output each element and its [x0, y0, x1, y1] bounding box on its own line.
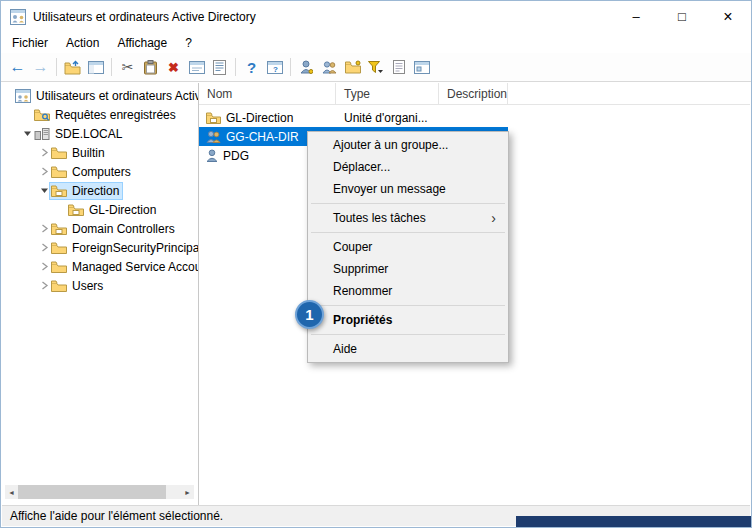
window-controls: – □ ×: [613, 1, 751, 32]
tree-item-label: Users: [72, 279, 103, 293]
scrollbar-thumb[interactable]: [18, 485, 166, 499]
help-window-button[interactable]: ?: [263, 56, 286, 79]
folder-icon: [51, 260, 67, 273]
back-button[interactable]: ←: [6, 56, 29, 79]
list-item-name: GG-CHA-DIR: [226, 130, 299, 144]
tree-item-builtin[interactable]: Builtin: [2, 143, 198, 162]
context-menu-item-label: Ajouter à un groupe...: [333, 138, 448, 152]
collapsed-chevron-icon[interactable]: [38, 262, 50, 271]
collapsed-chevron-icon[interactable]: [38, 224, 50, 233]
tree-item-utilisateurs-et-ordinateurs-active[interactable]: Utilisateurs et ordinateurs Active: [2, 86, 198, 105]
context-menu-item-renommer[interactable]: Renommer: [309, 280, 507, 302]
help-icon: ?: [247, 59, 256, 76]
context-menu-item-couper[interactable]: Couper: [309, 236, 507, 258]
list-row-gl-direction[interactable]: GL-DirectionUnité d'organi...: [199, 108, 508, 127]
context-menu-item-ajouter-a-un-groupe[interactable]: Ajouter à un groupe...: [309, 134, 507, 156]
ou-folder-icon: [51, 222, 67, 235]
menu-separator: [311, 232, 505, 233]
menu-file[interactable]: Fichier: [3, 34, 57, 52]
new-ou-button[interactable]: [341, 56, 364, 79]
domain-icon: [34, 127, 50, 140]
context-menu-item-envoyer-un-message[interactable]: Envoyer un message: [309, 178, 507, 200]
maximize-button[interactable]: □: [659, 1, 705, 32]
tree-item-sde-local[interactable]: SDE.LOCAL: [2, 124, 198, 143]
context-menu-item-aide[interactable]: Aide: [309, 338, 507, 360]
context-menu-item-deplacer[interactable]: Déplacer...: [309, 156, 507, 178]
tree-item-users[interactable]: Users: [2, 276, 198, 295]
toolbar-separator: [290, 58, 291, 76]
context-menu-item-label: Envoyer un message: [333, 182, 446, 196]
tree-item-domain-controllers[interactable]: Domain Controllers: [2, 219, 198, 238]
show-hide-tree-button[interactable]: [84, 56, 107, 79]
new-user-icon: [300, 60, 313, 74]
console-tree-pane: Utilisateurs et ordinateurs ActiveRequêt…: [2, 83, 199, 505]
status-text: Affiche l'aide pour l'élément sélectionn…: [10, 509, 223, 523]
collapsed-chevron-icon[interactable]: [38, 243, 50, 252]
toolbar-separator: [111, 58, 112, 76]
collapsed-chevron-icon[interactable]: [38, 167, 50, 176]
properties-window-button[interactable]: [185, 56, 208, 79]
context-menu-item-label: Toutes les tâches: [333, 211, 426, 225]
annotation-badge-1: 1: [295, 300, 324, 329]
menu-view[interactable]: Affichage: [108, 34, 176, 52]
view-window-button[interactable]: [410, 56, 433, 79]
properties-window-icon: [189, 61, 205, 74]
up-one-level-button[interactable]: [61, 56, 84, 79]
tree-item-content: Builtin: [50, 145, 108, 161]
document-button[interactable]: [387, 56, 410, 79]
user-icon: [206, 149, 218, 162]
context-menu-item-toutes-les-taches[interactable]: Toutes les tâches›: [309, 207, 507, 229]
column-header-type[interactable]: Type: [336, 83, 439, 104]
forward-button[interactable]: →: [29, 56, 52, 79]
menu-help[interactable]: ?: [176, 34, 201, 52]
aduc-root-icon: [15, 89, 31, 103]
tree-item-requetes-enregistrees[interactable]: Requêtes enregistrées: [2, 105, 198, 124]
context-menu: Ajouter à un groupe...Déplacer...Envoyer…: [307, 131, 509, 363]
help-window-icon: ?: [267, 61, 283, 74]
context-menu-item-label: Aide: [333, 342, 357, 356]
context-menu-item-label: Propriétés: [333, 313, 392, 327]
minimize-button[interactable]: –: [613, 1, 659, 32]
paste-button[interactable]: [139, 56, 162, 79]
toolbar-separator: [235, 58, 236, 76]
ou-folder-icon: [68, 203, 84, 216]
tree-item-gl-direction[interactable]: GL-Direction: [2, 200, 198, 219]
scroll-left-arrow-icon[interactable]: ◄: [5, 489, 18, 496]
saved-queries-icon: [34, 108, 50, 121]
list-cell-type: Unité d'organi...: [336, 111, 439, 125]
ou-folder-icon: [51, 184, 67, 197]
column-header-description[interactable]: Description: [439, 83, 508, 104]
context-menu-item-supprimer[interactable]: Supprimer: [309, 258, 507, 280]
column-header-nom[interactable]: Nom: [199, 83, 336, 104]
new-user-button[interactable]: [295, 56, 318, 79]
tree-item-direction[interactable]: Direction: [2, 181, 198, 200]
tree-item-label: SDE.LOCAL: [55, 127, 122, 141]
tree-item-content: Direction: [50, 183, 122, 199]
tree-item-content: Utilisateurs et ordinateurs Active: [14, 88, 199, 104]
tree-item-managed-service-accoun[interactable]: Managed Service Accoun: [2, 257, 198, 276]
tree-item-content: GL-Direction: [67, 202, 159, 218]
list-item-name: GL-Direction: [226, 111, 293, 125]
expanded-chevron-icon[interactable]: [38, 186, 50, 195]
tree-item-foreignsecurityprincipals[interactable]: ForeignSecurityPrincipals: [2, 238, 198, 257]
filter-button[interactable]: [364, 56, 387, 79]
export-list-button[interactable]: [208, 56, 231, 79]
tree-item-computers[interactable]: Computers: [2, 162, 198, 181]
tree-item-content: SDE.LOCAL: [33, 126, 125, 142]
tree-item-content: Domain Controllers: [50, 221, 178, 237]
menu-action[interactable]: Action: [57, 34, 108, 52]
help-button[interactable]: ?: [240, 56, 263, 79]
context-menu-item-label: Couper: [333, 240, 372, 254]
close-button[interactable]: ×: [705, 1, 751, 32]
delete-button[interactable]: ✖: [162, 56, 185, 79]
collapsed-chevron-icon[interactable]: [38, 148, 50, 157]
cut-button[interactable]: ✂: [116, 56, 139, 79]
expanded-chevron-icon[interactable]: [21, 129, 33, 138]
scroll-right-arrow-icon[interactable]: ►: [181, 489, 194, 496]
tree-horizontal-scrollbar[interactable]: ◄ ►: [5, 485, 194, 499]
tree-item-content: Users: [50, 278, 106, 294]
context-menu-item-proprietes[interactable]: Propriétés: [309, 309, 507, 331]
folder-icon: [51, 165, 67, 178]
new-group-button[interactable]: [318, 56, 341, 79]
collapsed-chevron-icon[interactable]: [38, 281, 50, 290]
